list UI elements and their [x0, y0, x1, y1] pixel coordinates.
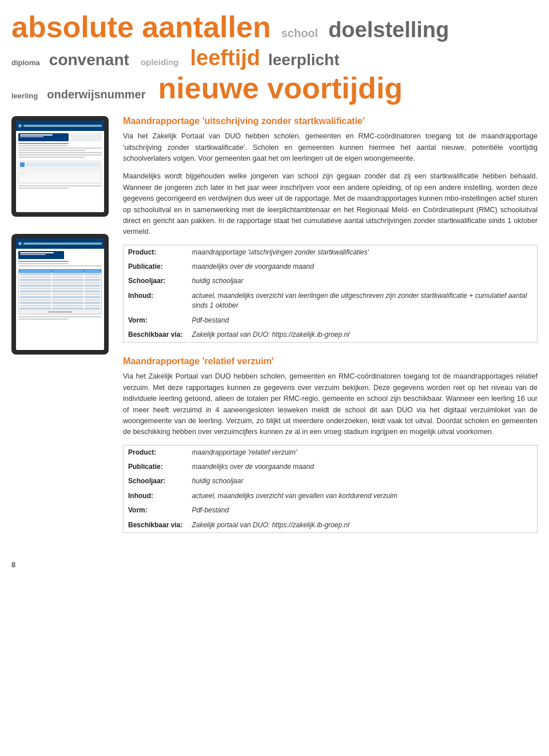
screenshot-2-header [16, 238, 104, 249]
table-value: huidig schooljaar [187, 274, 537, 288]
table-value: Pdf-bestand [187, 503, 537, 518]
wc-nieuwe-voortijdig: nieuwe voortijdig [158, 71, 403, 106]
table-label: Schooljaar: [124, 474, 188, 488]
sl1 [18, 143, 69, 144]
s2l4 [18, 316, 102, 317]
sl7 [18, 157, 85, 158]
table-row: Product:maandrapportage 'uitschrijvingen… [124, 245, 538, 260]
section2-info-table: Product:maandrapportage 'relatief verzui… [123, 445, 538, 533]
wc-convenant: convenant [49, 51, 129, 69]
table-row: Schooljaar:huidig schooljaar [124, 474, 538, 488]
table-value: maandelijks over de voorgaande maand [187, 260, 537, 274]
section1-info-table: Product:maandrapportage 'uitschrijvingen… [123, 245, 538, 343]
screenshot-1-header [16, 121, 104, 131]
table-value: maandrapportage 'uitschrijvingen zonder … [187, 245, 537, 260]
screenshot-1 [11, 116, 109, 217]
section2-intro: Via het Zakelijk Portaal van DUO hebben … [123, 371, 538, 437]
screenshot-1-body [16, 131, 104, 212]
screenshot-2-header-bar [23, 242, 102, 245]
sl4 [18, 150, 85, 151]
table-value: Zakelijk portaal van DUO: https://zakeli… [187, 328, 537, 343]
table-row: Publicatie:maandelijks over de voorgaand… [124, 260, 538, 274]
table-row: Beschikbaar via:Zakelijk portaal van DUO… [124, 328, 538, 343]
screenshot-1-inner [16, 121, 104, 212]
wc-absolute-aantallen: absolute aantallen [11, 10, 271, 45]
right-column: Maandrapportage 'uitschrijving zonder st… [123, 116, 538, 547]
s2l5 [18, 319, 69, 320]
table-row: Beschikbaar via:Zakelijk portaal van DUO… [124, 518, 538, 533]
word-cloud: absolute aantallen school doelstelling d… [0, 0, 549, 116]
screenshot-2-inner [16, 238, 104, 350]
wc-leeftijd: leeftijd [190, 46, 260, 71]
wc-diploma: diploma [11, 59, 40, 67]
table-label: Product: [124, 445, 188, 460]
left-column [11, 116, 112, 547]
table-value: maandrapportage 'relatief verzuim' [187, 445, 537, 460]
table-value: actueel, maandelijks overzicht van geval… [187, 489, 537, 503]
table-label: Inhoud: [124, 489, 188, 503]
table-label: Beschikbaar via: [124, 518, 188, 533]
main-content: Maandrapportage 'uitschrijving zonder st… [0, 116, 549, 558]
sl9 [18, 188, 69, 189]
table-label: Inhoud: [124, 289, 188, 313]
table-row: Product:maandrapportage 'relatief verzui… [124, 445, 538, 460]
table-label: Publicatie: [124, 260, 188, 274]
sl5 [18, 152, 102, 153]
wc-doelstelling: doelstelling [328, 18, 449, 43]
s2l2 [18, 263, 69, 264]
section2-title: Maandrapportage 'relatief verzuim' [123, 356, 538, 367]
screenshot-2-body [16, 249, 104, 350]
table-row: Inhoud:actueel, maandelijks overzicht va… [124, 489, 538, 503]
s2l1 [18, 261, 69, 262]
table-label: Vorm: [124, 313, 188, 328]
table-value: Pdf-bestand [187, 313, 537, 328]
table-label: Beschikbaar via: [124, 328, 188, 343]
table-value: Zakelijk portaal van DUO: https://zakeli… [187, 518, 537, 533]
table-value: actueel, maandelijks overzicht van leerl… [187, 289, 537, 313]
screenshot-header-bar [23, 125, 102, 127]
table-row: Inhoud:actueel, maandelijks overzicht va… [124, 289, 538, 313]
wc-opleiding: opleiding [141, 57, 179, 67]
screenshot-2-header-dot [18, 242, 22, 245]
sl6 [18, 154, 102, 156]
wc-school: school [271, 27, 328, 40]
table-row: Schooljaar:huidig schooljaar [124, 274, 538, 288]
table-value: maandelijks over de voorgaande maand [187, 460, 537, 474]
section1-body: Maandelijks wordt bijgehouden welke jong… [123, 171, 538, 237]
sl8 [18, 185, 102, 186]
screenshot-header-dot [18, 124, 22, 128]
table-value: huidig schooljaar [187, 474, 537, 488]
sl2 [18, 145, 69, 146]
screenshot-2 [11, 234, 109, 355]
table-label: Vorm: [124, 503, 188, 518]
s2l3 [18, 265, 102, 266]
wc-leerplicht: leerplicht [268, 51, 339, 69]
table-label: Schooljaar: [124, 274, 188, 288]
section1-intro: Via het Zakelijk Portaal van DUO hebben … [123, 131, 538, 164]
table-label: Product: [124, 245, 188, 260]
page-number: 8 [0, 558, 549, 575]
table-label: Publicatie: [124, 460, 188, 474]
table-row: Publicatie:maandelijks over de voorgaand… [124, 460, 538, 474]
table-row: Vorm:Pdf-bestand [124, 503, 538, 518]
wc-leerling: leerling [11, 92, 38, 101]
section1-title: Maandrapportage 'uitschrijving zonder st… [123, 116, 538, 126]
sl3 [18, 148, 102, 149]
wc-onderwijsnummer: onderwijsnummer [47, 88, 145, 101]
table-row: Vorm:Pdf-bestand [124, 313, 538, 328]
